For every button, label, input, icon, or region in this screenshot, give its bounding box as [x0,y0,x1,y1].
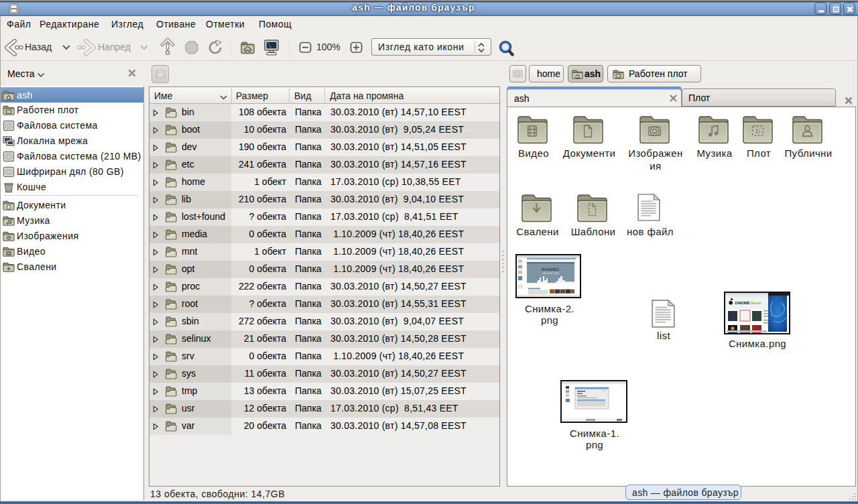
svg-text:GNOME: GNOME [735,301,750,305]
svg-text:D: D [755,128,760,135]
svg-text:July 24-30th, 2010: July 24-30th, 2010 [542,272,559,275]
svg-text:GUADEC: GUADEC [542,267,560,271]
svg-text:Store: Store [751,301,761,305]
